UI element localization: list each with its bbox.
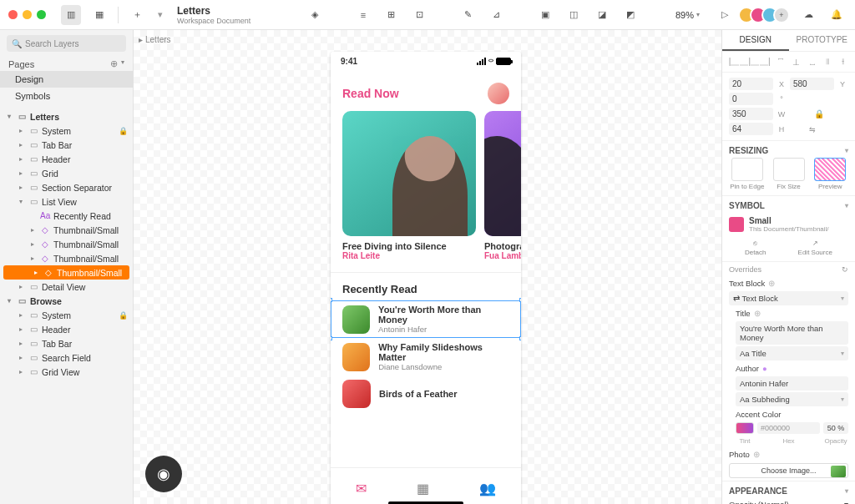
override-author-input[interactable]: Antonin Hafer <box>736 376 848 391</box>
align-center-h-icon[interactable]: ⸏|⸏ <box>745 57 755 67</box>
layer-row[interactable]: ▸◇Thumbnail/Small <box>0 223 133 237</box>
disclosure-triangle-icon[interactable]: ▸ <box>17 184 25 191</box>
collaborator-avatars[interactable]: + <box>743 7 790 23</box>
disclosure-triangle-icon[interactable]: ▾ <box>5 297 13 305</box>
x-input[interactable]: 20 <box>729 78 773 90</box>
tidy-tool-icon[interactable]: ⊡ <box>410 5 430 25</box>
appearance-panel-header[interactable]: APPEARANCE▾ <box>722 481 855 498</box>
override-textblock-select[interactable]: ⇄ Text Block▾ <box>729 291 848 305</box>
minimize-window-button[interactable] <box>23 10 32 19</box>
chevron-down-icon[interactable]: ▾ <box>121 58 124 69</box>
lock-icon[interactable]: 🔒 <box>119 127 128 135</box>
reset-overrides-icon[interactable]: ↻ <box>842 265 848 274</box>
disclosure-triangle-icon[interactable]: ▸ <box>17 340 25 347</box>
boolean-intersect-icon[interactable]: ◪ <box>592 5 612 25</box>
close-window-button[interactable] <box>8 10 18 19</box>
layer-row[interactable]: ▸◇Thumbnail/Small <box>0 251 133 265</box>
align-left-icon[interactable]: |⸏ <box>729 57 739 67</box>
featured-card[interactable]: Free Diving into Silence Rita Leite <box>342 111 476 260</box>
detach-button[interactable]: ⎋Detach <box>745 239 766 256</box>
disclosure-triangle-icon[interactable]: ▸ <box>28 226 37 234</box>
tab-prototype[interactable]: PROTOTYPE <box>789 30 856 51</box>
transform-tool-icon[interactable]: ⊿ <box>487 5 507 25</box>
lock-icon[interactable]: 🔒 <box>119 311 128 320</box>
layer-row[interactable]: AaRecently Read <box>0 209 133 223</box>
resize-fix-size[interactable]: Fix Size <box>771 158 807 190</box>
distribute-h-icon[interactable]: ⫴ <box>822 57 832 67</box>
tab-mail-icon[interactable]: ✉ <box>356 481 367 496</box>
edit-tool-icon[interactable]: ✎ <box>458 5 478 25</box>
width-input[interactable]: 350 <box>729 108 773 120</box>
layer-row[interactable]: ▸▭Tab Bar <box>0 138 133 152</box>
disclosure-triangle-icon[interactable]: ▸ <box>17 155 25 163</box>
override-author-style[interactable]: Aa Subheding▾ <box>736 392 848 406</box>
featured-card[interactable]: Photographi Fua Lamba <box>484 111 521 260</box>
layer-row[interactable]: ▸▭Grid View <box>0 365 133 379</box>
align-bottom-icon[interactable]: ⎵ <box>807 57 817 67</box>
symbol-selector[interactable]: Small This Document/Thumbnail/ <box>722 213 855 236</box>
edit-source-button[interactable]: ↗Edit Source <box>798 239 832 256</box>
sidebar-toggle-icon[interactable]: ▥ <box>61 5 81 25</box>
layer-row[interactable]: ▾▭Letters <box>0 109 133 123</box>
distribute-v-icon[interactable]: ⫲ <box>838 57 848 67</box>
resize-preview[interactable]: Preview <box>812 158 848 190</box>
canvas-breadcrumb[interactable]: ▸ Letters <box>139 35 171 44</box>
list-item[interactable]: Why Family Slideshows Matter Diane Lansd… <box>331 338 521 375</box>
layer-row[interactable]: ▸▭System🔒 <box>0 308 133 322</box>
layer-row[interactable]: ▾▭List View <box>0 194 133 209</box>
add-dropdown-icon[interactable]: ▾ <box>155 5 165 25</box>
override-title-input[interactable]: You're Worth More than Money <box>736 321 848 345</box>
color-swatch[interactable] <box>736 422 754 434</box>
disclosure-triangle-icon[interactable]: ▸ <box>28 240 37 248</box>
list-item[interactable]: Birds of a Feather <box>331 375 521 412</box>
align-tool-icon[interactable]: ≡ <box>353 5 373 25</box>
layer-row[interactable]: ▾▭Browse <box>0 294 133 308</box>
search-layers-input[interactable]: 🔍 Search Layers <box>7 35 126 52</box>
hex-input[interactable]: #000000 <box>757 422 820 434</box>
layer-row[interactable]: ▸▭Grid <box>0 166 133 180</box>
boolean-difference-icon[interactable]: ◩ <box>620 5 640 25</box>
design-canvas[interactable]: ▸ Letters 9:41 ⌔ Read Now Free Diving in… <box>134 30 721 504</box>
blend-mode-select[interactable]: Opacity (Normal) ▾ <box>722 498 855 504</box>
disclosure-triangle-icon[interactable]: ▸ <box>17 169 25 177</box>
add-button[interactable]: ＋ <box>127 5 147 25</box>
tab-people-icon[interactable]: 👥 <box>479 481 496 496</box>
layer-row[interactable]: ▸▭Header <box>0 152 133 166</box>
layer-row[interactable]: ▸▭Section Separator <box>0 180 133 194</box>
resize-pin-to-edge[interactable]: Pin to Edge <box>729 158 766 190</box>
override-title-style[interactable]: Aa Title▾ <box>736 346 848 360</box>
layer-row[interactable]: ▸▭Detail View <box>0 280 133 294</box>
disclosure-triangle-icon[interactable]: ▸ <box>17 283 25 290</box>
disclosure-triangle-icon[interactable]: ▸ <box>32 269 40 276</box>
boolean-subtract-icon[interactable]: ◫ <box>564 5 584 25</box>
layer-row[interactable]: ▸▭Tab Bar <box>0 336 133 350</box>
preview-play-icon[interactable]: ▷ <box>715 5 735 25</box>
boolean-union-icon[interactable]: ▣ <box>535 5 555 25</box>
disclosure-triangle-icon[interactable]: ▾ <box>17 198 25 205</box>
add-page-icon[interactable]: ⊕ <box>110 58 118 69</box>
height-input[interactable]: 64 <box>729 123 773 135</box>
disclosure-triangle-icon[interactable]: ▸ <box>17 325 25 333</box>
layer-row[interactable]: ▸◇Thumbnail/Small <box>0 237 133 251</box>
align-right-icon[interactable]: ⸏| <box>760 57 770 67</box>
zoom-control[interactable]: 89%▾ <box>669 10 706 20</box>
opacity-input[interactable]: 50 % <box>823 422 848 434</box>
disclosure-triangle-icon[interactable]: ▸ <box>17 127 25 134</box>
y-input[interactable]: 580 <box>790 78 834 90</box>
rotation-input[interactable]: 0 <box>729 93 773 105</box>
tab-grid-icon[interactable]: ▦ <box>417 481 429 496</box>
disclosure-triangle-icon[interactable]: ▸ <box>28 255 37 262</box>
symbol-panel-header[interactable]: SYMBOL▾ <box>722 195 855 213</box>
page-item-symbols[interactable]: Symbols <box>0 88 133 104</box>
google-lens-overlay-icon[interactable]: ◉ <box>145 456 182 492</box>
flip-h-icon[interactable]: ⇋ <box>790 125 834 134</box>
layer-row[interactable]: ▸▭Header <box>0 322 133 336</box>
resizing-panel-header[interactable]: RESIZING▾ <box>722 140 855 158</box>
artboard-letters[interactable]: 9:41 ⌔ Read Now Free Diving into Silence… <box>331 52 521 504</box>
tab-design[interactable]: DESIGN <box>722 30 789 51</box>
disclosure-triangle-icon[interactable]: ▸ <box>17 368 25 375</box>
disclosure-triangle-icon[interactable]: ▸ <box>17 311 25 319</box>
notifications-icon[interactable]: 🔔 <box>827 5 847 25</box>
list-item[interactable]: You're Worth More than Money Antonin Haf… <box>331 300 521 338</box>
choose-image-button[interactable]: Choose Image... <box>729 463 848 478</box>
